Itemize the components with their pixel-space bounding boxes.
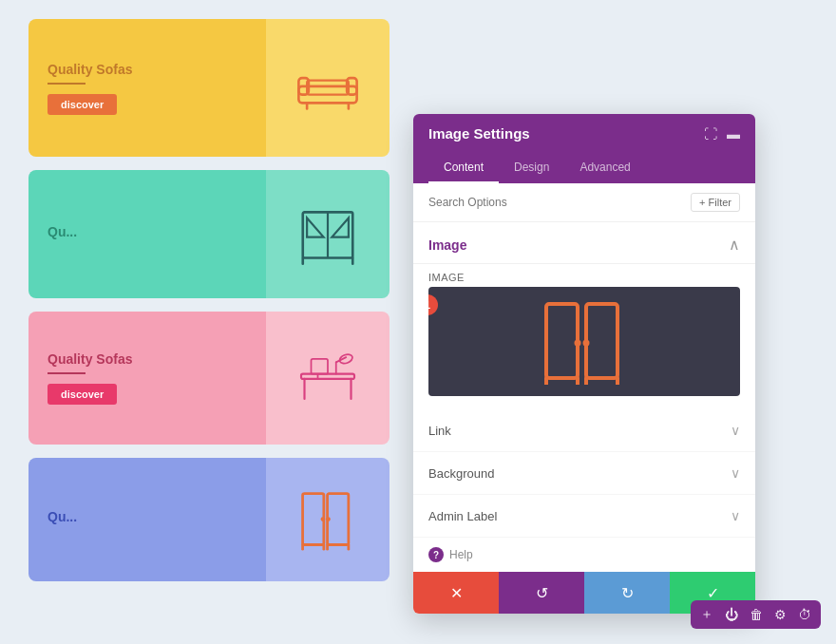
card-4-right xyxy=(266,458,390,581)
cancel-button[interactable]: ✕ xyxy=(413,572,499,614)
svg-marker-8 xyxy=(307,218,324,237)
tab-content[interactable]: Content xyxy=(428,153,499,183)
panel-tabs: Content Design Advanced xyxy=(413,153,755,183)
panel-title: Image Settings xyxy=(428,125,530,142)
filter-button[interactable]: + Filter xyxy=(691,193,740,212)
admin-label-label: Admin Label xyxy=(428,509,497,523)
background-label: Background xyxy=(428,466,494,481)
collapse-icon[interactable]: ▬ xyxy=(727,126,740,142)
wardrobe-card-icon xyxy=(297,489,359,551)
svg-rect-30 xyxy=(586,304,618,378)
image-section-toggle[interactable]: ∧ xyxy=(729,236,740,254)
help-icon: ? xyxy=(428,547,444,562)
clock-icon[interactable]: ⏱ xyxy=(798,607,811,622)
svg-rect-22 xyxy=(327,493,348,544)
card-1-right xyxy=(266,19,390,157)
link-arrow: ∨ xyxy=(731,423,740,438)
card-3-left: Quality Sofas discover xyxy=(28,312,266,445)
image-section-header: Image ∧ xyxy=(413,222,755,264)
card-4-left: Qu... xyxy=(28,458,266,581)
card-4-title: Qu... xyxy=(48,509,77,524)
redo-icon: ↻ xyxy=(621,584,634,602)
redo-button[interactable]: ↻ xyxy=(584,572,670,614)
image-upload-area[interactable]: 1 xyxy=(428,287,740,396)
image-field-label: Image xyxy=(413,264,755,287)
card-4: Qu... xyxy=(28,458,390,581)
card-1-left: Quality Sofas discover xyxy=(28,19,266,157)
card-3: Quality Sofas discover xyxy=(28,312,390,445)
card-1: Quality Sofas discover xyxy=(28,19,390,157)
tab-advanced[interactable]: Advanced xyxy=(564,153,645,183)
maximize-icon[interactable]: ⛶ xyxy=(704,126,717,142)
power-icon[interactable]: ⏻ xyxy=(725,607,738,622)
svg-point-35 xyxy=(575,339,581,346)
admin-label-arrow: ∨ xyxy=(731,508,740,523)
card-3-btn[interactable]: discover xyxy=(48,384,117,405)
panel-header: Image Settings ⛶ ▬ xyxy=(413,114,755,153)
card-3-divider xyxy=(48,372,86,374)
card-2: Qu... xyxy=(28,170,390,298)
link-section[interactable]: Link ∨ xyxy=(413,409,755,452)
card-2-right xyxy=(266,170,390,298)
card-3-right xyxy=(266,312,390,445)
image-badge: 1 xyxy=(428,294,438,315)
sofa-icon xyxy=(294,55,361,122)
cancel-icon: ✕ xyxy=(450,584,463,602)
panel-search: + Filter xyxy=(413,183,755,222)
settings-panel: Image Settings ⛶ ▬ Content Design Advanc… xyxy=(413,114,755,614)
svg-point-27 xyxy=(320,517,325,521)
bottom-toolbar: ＋ ⏻ 🗑 ⚙ ⏱ xyxy=(691,600,821,629)
help-text: Help xyxy=(449,548,473,561)
svg-rect-29 xyxy=(546,304,578,378)
card-2-left: Qu... xyxy=(28,170,266,298)
panel-body: Image ∧ Image 1 Link ∨ xyxy=(413,222,755,572)
admin-label-section[interactable]: Admin Label ∨ xyxy=(413,495,755,538)
image-section-title: Image xyxy=(428,237,466,253)
search-input[interactable] xyxy=(428,196,691,209)
svg-point-17 xyxy=(338,352,353,365)
canvas-area: Quality Sofas discover Qu... xyxy=(0,0,418,644)
background-section[interactable]: Background ∨ xyxy=(413,452,755,495)
undo-icon: ↺ xyxy=(536,584,548,602)
svg-marker-9 xyxy=(332,218,349,237)
link-label: Link xyxy=(428,424,451,438)
panel-header-icons: ⛶ ▬ xyxy=(704,126,740,142)
svg-rect-21 xyxy=(302,493,323,544)
card-1-btn[interactable]: discover xyxy=(48,94,117,115)
wardrobe2-icon xyxy=(294,201,361,268)
card-3-title: Quality Sofas xyxy=(48,351,132,367)
trash-icon[interactable]: 🗑 xyxy=(750,607,763,622)
background-arrow: ∨ xyxy=(731,465,740,481)
svg-rect-18 xyxy=(312,359,329,374)
confirm-icon: ✓ xyxy=(707,584,719,602)
card-2-title: Qu... xyxy=(48,224,77,239)
desk-icon xyxy=(294,345,361,411)
svg-point-28 xyxy=(326,517,331,521)
svg-rect-12 xyxy=(301,374,354,379)
undo-button[interactable]: ↺ xyxy=(499,572,584,614)
image-preview xyxy=(537,299,632,385)
card-1-divider xyxy=(48,83,86,85)
panel-help: ? Help xyxy=(413,538,755,572)
plus-icon[interactable]: ＋ xyxy=(700,606,713,623)
svg-point-36 xyxy=(583,339,590,346)
gear-icon[interactable]: ⚙ xyxy=(774,607,787,622)
card-1-title: Quality Sofas xyxy=(48,62,132,77)
tab-design[interactable]: Design xyxy=(499,153,564,183)
